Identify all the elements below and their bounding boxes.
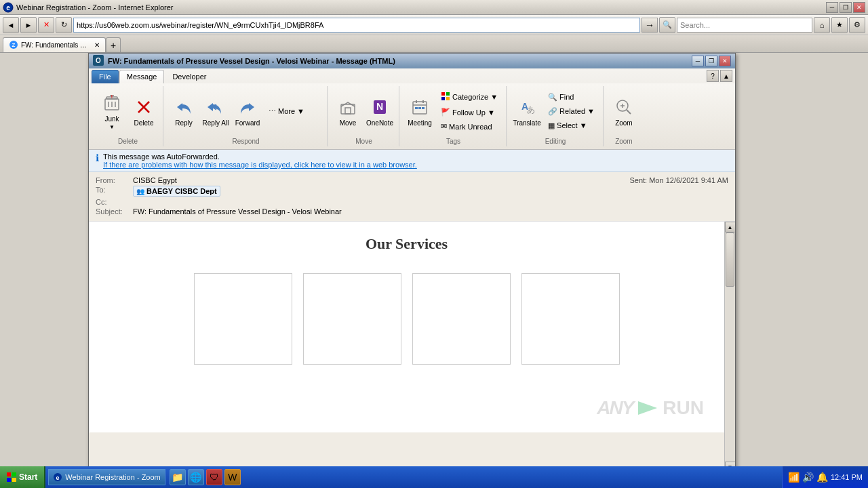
outlook-restore-btn[interactable]: ❐ [705,56,717,66]
service-card-2 [303,273,401,365]
outlook-title-text: FW: Fundamentals of Pressure Vessel Desi… [108,57,692,65]
services-grid [102,273,711,365]
services-title: Our Services [102,235,711,253]
new-tab-button[interactable]: + [106,37,121,52]
firefox-taskbar-btn[interactable]: 🌐 [188,469,204,485]
tray-time: 12:41 PM [831,472,863,482]
header-cc-row: Cc: [96,198,728,206]
move-icon [337,96,359,118]
antivirus-taskbar-btn[interactable]: 🛡 [206,469,222,485]
delete-button[interactable]: Delete [129,89,159,134]
ribbon-help-btn[interactable]: ? [707,70,719,82]
vertical-scrollbar[interactable]: ▲ ▼ [724,222,735,472]
from-label: From: [96,176,133,184]
translate-icon: A あ [516,96,538,118]
reply-button[interactable]: Reply [169,89,199,134]
outlook-close-btn[interactable]: ✕ [719,56,731,66]
translate-button[interactable]: A あ Translate [512,89,542,134]
select-button[interactable]: ▦ Select ▼ [544,119,599,132]
forward-button[interactable]: Forward [233,89,262,134]
zoom-button[interactable]: Zoom [609,89,639,134]
stop-button[interactable]: ✕ [38,17,54,33]
tab-message[interactable]: Message [119,70,165,83]
tab-label: FW: Fundamentals of Pressure Vessel Desi… [21,41,89,49]
message-scroll-area: Our Services ANY [89,222,735,472]
editing-group-label: Editing [512,136,599,146]
run-text: RUN [663,397,704,419]
outlook-title-icon: O [93,55,104,68]
reply-icon [173,96,195,118]
message-header: From: CISBC Egypt Sent: Mon 12/6/2021 9:… [89,172,735,222]
taskbar-browser-item[interactable]: e Webinar Registration - Zoom [48,469,165,485]
onenote-label: OneNote [366,119,393,127]
more-icon: ⋯ [269,107,276,116]
meeting-icon [409,96,431,118]
taskbar: Start e Webinar Registration - Zoom 📁 🌐 … [0,466,868,488]
browser-close-btn[interactable]: ✕ [853,2,865,13]
related-button[interactable]: 🔗 Related ▼ [544,105,599,118]
categorize-dropdown: ▼ [490,93,498,101]
home-button[interactable]: ⌂ [814,17,830,33]
search-icon: 🔍 [659,17,675,33]
address-bar[interactable] [73,18,640,33]
outlook-minimize-btn[interactable]: ─ [692,56,704,66]
svg-rect-15 [341,104,355,114]
select-icon: ▦ [548,121,555,130]
more-button[interactable]: ⋯ More ▼ [264,105,309,118]
ribbon-group-editing: A あ Translate 🔍 Find 🔗 Re [508,86,604,146]
tools-button[interactable]: ⚙ [849,17,865,33]
subject-label: Subject: [96,207,133,216]
svg-rect-28 [441,97,445,100]
scroll-track[interactable] [725,232,735,462]
explorer-taskbar-btn[interactable]: 📁 [170,469,186,485]
tab-file[interactable]: File [92,70,119,83]
autoforward-link[interactable]: If there are problems with how this mess… [103,161,417,169]
start-label: Start [19,472,37,482]
move-group-buttons: Move N OneNote [333,86,395,136]
delete-group-label: Delete [97,136,159,146]
follow-up-button[interactable]: 🚩 Follow Up ▼ [437,106,502,119]
header-to-row: To: 👥 BAEGY CISBC Dept [96,186,728,197]
office-taskbar-btn[interactable]: W [224,469,241,485]
tab-developer[interactable]: Developer [165,70,214,83]
service-card-3 [412,273,511,365]
mark-unread-button[interactable]: ✉ Mark Unread [437,120,502,133]
to-dept-badge: 👥 BAEGY CISBC Dept [133,186,220,197]
related-label: Related [559,107,585,115]
info-icon: ℹ [96,152,99,163]
meeting-button[interactable]: Meeting [405,89,435,134]
forward-icon [237,96,258,118]
ribbon-group-delete: ! Junk ▼ Delete [93,86,163,146]
scroll-up-button[interactable]: ▲ [725,222,736,232]
browser-tab-active[interactable]: Z FW: Fundamentals of Pressure Vessel De… [3,37,106,52]
back-button[interactable]: ◄ [3,17,19,33]
to-dept-name: BAEGY CISBC Dept [146,187,217,195]
quick-launch: 📁 🌐 🛡 W [167,469,243,485]
sent-label: Sent: [629,176,647,184]
find-button[interactable]: 🔍 Find [544,91,599,104]
refresh-button[interactable]: ↻ [56,17,72,33]
editing-group-buttons: A あ Translate 🔍 Find 🔗 Re [512,86,599,136]
onenote-button[interactable]: N OneNote [365,89,395,134]
move-button[interactable]: Move [333,89,363,134]
tab-close-button[interactable]: ✕ [94,41,100,49]
volume-tray-icon: 🔊 [802,472,814,483]
categorize-button[interactable]: Categorize ▼ [437,89,502,104]
start-button[interactable]: Start [0,466,45,488]
sent-area: Sent: Mon 12/6/2021 9:41 AM [629,176,728,184]
svg-text:Z: Z [12,42,16,48]
svg-rect-24 [418,107,421,109]
go-button[interactable]: → [642,18,658,33]
browser-restore-btn[interactable]: ❐ [840,2,852,13]
favorites-button[interactable]: ★ [831,17,848,33]
browser-minimize-btn[interactable]: ─ [826,2,838,13]
reply-all-button[interactable]: Reply All [201,89,231,134]
svg-rect-16 [345,108,351,114]
ribbon-collapse-btn[interactable]: ▲ [720,70,732,82]
search-input[interactable] [677,18,812,33]
header-from-row: From: CISBC Egypt Sent: Mon 12/6/2021 9:… [96,176,728,184]
taskbar-items: e Webinar Registration - Zoom 📁 🌐 🛡 W [45,469,782,485]
junk-button[interactable]: ! Junk ▼ [97,89,127,134]
scroll-thumb[interactable] [726,232,734,287]
forward-button[interactable]: ► [20,17,37,33]
